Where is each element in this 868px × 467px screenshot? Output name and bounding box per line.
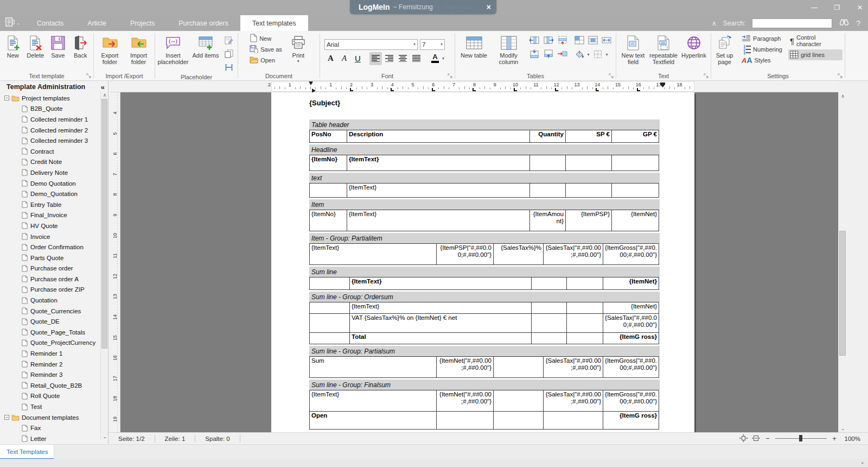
tree-item[interactable]: Letter [0, 433, 100, 444]
doc-table-cell[interactable] [309, 313, 350, 333]
doc-table-cell[interactable] [437, 411, 494, 430]
doc-table-cell[interactable]: {SalesTax|"#,##0.00;#,##0.00"} [603, 313, 659, 333]
doc-table-row[interactable]: {ItemText} [309, 183, 660, 198]
doc-table-cell[interactable]: {ItemText} [347, 183, 530, 198]
tree-item[interactable]: Reminder 2 [0, 359, 100, 370]
field-bounds-button[interactable] [222, 61, 235, 73]
align-left-button[interactable] [369, 52, 382, 65]
select-cell-button[interactable] [573, 34, 586, 46]
font-color-dropdown-icon[interactable]: ▾ [442, 56, 444, 61]
binoculars-icon[interactable] [839, 18, 850, 28]
scroll-up-icon[interactable]: ∧ [101, 91, 108, 98]
doc-table-cell[interactable]: {ItemText} [347, 210, 530, 231]
doc-table-cell[interactable]: {ItemNet|"#,##0.00;#,##0.00"} [437, 356, 494, 378]
horizontal-ruler[interactable]: 21123456789101112131415161718 [110, 81, 838, 92]
table-section-band[interactable]: Item - Group: Partialitem [309, 233, 660, 243]
borders-button[interactable] [591, 48, 604, 60]
tree-item[interactable]: Reminder 1 [0, 348, 100, 359]
doc-table-cell[interactable]: {SalesTax|"#,##0.00;#,##0.00"} [544, 390, 603, 412]
doc-table-cell[interactable] [532, 332, 567, 344]
tree-item[interactable]: Quote_DE [0, 316, 100, 327]
doc-table-cell[interactable] [309, 332, 350, 344]
doc-table-cell[interactable]: {ItemG ross} [603, 332, 659, 344]
doc-table-row[interactable]: {ItemText}{ItemNet} [309, 302, 660, 314]
doc-table-cell[interactable] [494, 411, 544, 430]
doc-table-cell[interactable]: VAT {SalesTax%}% on {ItemNet} € net [350, 313, 532, 333]
doc-table-cell[interactable]: {ItemG ross} [603, 411, 659, 430]
tree-item[interactable]: Purchase order ZIP [0, 285, 100, 295]
setup-page-button[interactable]: Set up page [713, 33, 736, 66]
subject-placeholder[interactable]: {Subject} [309, 99, 340, 107]
save-as-button[interactable]: Save as [248, 44, 284, 55]
doc-table-row[interactable]: Open{ItemG ross} [309, 411, 660, 430]
tab-stop-marker[interactable] [637, 88, 640, 91]
font-size-select[interactable]: 7 ▾ [420, 39, 445, 50]
doc-table-cell[interactable] [567, 313, 603, 333]
bottom-tab-text-templates[interactable]: Text Templates [0, 445, 54, 459]
save-template-button[interactable]: Save [47, 33, 69, 60]
tree-item[interactable]: B2B_Quote [0, 104, 100, 115]
tab-stop-marker[interactable] [432, 88, 435, 91]
table-section-band[interactable]: Sum line - Group: Partialsum [309, 346, 660, 356]
zoom-slider-handle[interactable] [799, 435, 802, 441]
tab-stop-marker[interactable] [350, 88, 353, 91]
dialog-launcher-icon[interactable] [704, 73, 709, 79]
insert-row-button[interactable] [556, 34, 569, 46]
doc-table-cell[interactable]: GP € [612, 130, 659, 143]
tree-item[interactable]: Collected reminder 1 [0, 114, 100, 125]
align-right-button[interactable] [383, 52, 395, 65]
tab-article[interactable]: Article [75, 15, 118, 31]
doc-table-cell[interactable]: {ItemAmount} [530, 210, 566, 231]
collapse-ribbon-icon[interactable]: ∧ [712, 20, 717, 27]
numbering-button[interactable]: 123 Numbering [740, 44, 784, 55]
tab-purchase-orders[interactable]: Purchase orders [167, 15, 240, 31]
import-folder-button[interactable]: Import folder [125, 33, 152, 66]
tree-item[interactable]: Reminder 3 [0, 369, 100, 380]
tree-item[interactable]: Delivery Note [0, 167, 100, 178]
doc-table-cell[interactable] [566, 155, 612, 171]
styles-button[interactable]: AA Styles [740, 55, 784, 66]
modify-column-button[interactable]: Modify column [493, 33, 525, 66]
tree-item[interactable]: Invoice [0, 231, 100, 242]
table-section-band[interactable]: Sum line - Group: Finalsum [309, 380, 660, 390]
tree-item[interactable]: HV Quote [0, 220, 100, 231]
scrollbar-thumb[interactable] [101, 99, 107, 349]
indent-marker[interactable] [309, 81, 313, 85]
edit-placeholder-button[interactable] [222, 34, 235, 46]
export-folder-button[interactable]: Export folder [96, 33, 124, 66]
table-section-band[interactable]: Item [309, 199, 660, 210]
doc-table-cell[interactable]: {ItemNet} [603, 277, 659, 290]
doc-table-cell[interactable]: {ItemText} [347, 155, 530, 171]
dialog-launcher-icon[interactable] [448, 73, 453, 79]
doc-table-cell[interactable]: {ItemText} [309, 243, 437, 265]
tree-scrollbar[interactable]: ∧ ⌄ [100, 91, 108, 440]
bold-button[interactable]: A [324, 52, 337, 65]
table-section-band[interactable]: text [309, 173, 660, 183]
doc-table-cell[interactable]: SP € [566, 130, 612, 143]
tree-folder[interactable]: −Document templates [0, 412, 100, 423]
scroll-down-icon[interactable]: ⌄ [101, 433, 108, 440]
dialog-launcher-icon[interactable] [86, 73, 92, 79]
doc-table-cell[interactable] [532, 313, 567, 333]
fit-width-icon[interactable] [752, 434, 760, 443]
help-icon[interactable]: ? [856, 19, 860, 28]
add-items-button[interactable]: Add items [190, 33, 221, 60]
doc-table-cell[interactable]: Description [347, 130, 530, 143]
repeatable-textfield-button[interactable]: repeatable Textfield [649, 33, 678, 66]
font-family-select[interactable]: Arial ▾ [324, 39, 418, 50]
insert-column-left-button[interactable] [528, 34, 541, 46]
doc-table-row[interactable]: PosNoDescriptionQuantitySP €GP € [309, 130, 660, 143]
hyperlink-button[interactable]: Hyperlink [679, 33, 709, 60]
doc-table-cell[interactable]: {SalesTax|"#,##0.00;#,##0.00"} [544, 243, 603, 265]
doc-table-cell[interactable]: Open [309, 411, 437, 430]
split-cells-button[interactable] [556, 48, 569, 60]
table-section-band[interactable]: Headline [309, 144, 660, 155]
delete-template-button[interactable]: Delete [25, 33, 47, 60]
open-button[interactable]: Open [248, 55, 284, 66]
doc-table-row[interactable]: {ItemNo}{ItemText}{ItemAmount}{ItemPSP}{… [309, 210, 660, 231]
insert-column-right-button[interactable] [542, 34, 555, 46]
doc-table-cell[interactable] [532, 302, 567, 314]
corner-chevron-icon[interactable]: ⌄ [860, 459, 865, 465]
doc-table-cell[interactable]: {ItemGross|"#,##0.00;#,##0.00"} [603, 243, 659, 265]
doc-table-cell[interactable] [566, 183, 612, 198]
